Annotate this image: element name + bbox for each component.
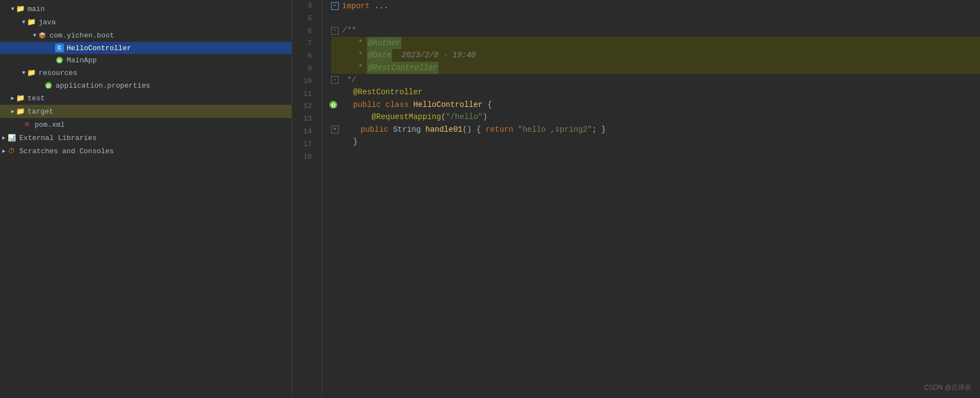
spring-icon-props: ✿ xyxy=(44,81,53,90)
line-num-13: 13 xyxy=(292,113,316,126)
fold-btn-6[interactable]: - xyxy=(331,27,339,35)
date-value: 2023/2/8 - 19:40 xyxy=(392,49,475,61)
expand-arrow-target: ▶ xyxy=(11,108,14,115)
code-line-18 xyxy=(331,148,980,160)
sidebar-label-test: test xyxy=(28,94,45,103)
code-line-14: + public String handle01 () { return "he… xyxy=(331,123,980,136)
sidebar-item-hello-controller[interactable]: C HelloController xyxy=(0,42,291,54)
sidebar-label-application-properties: application.properties xyxy=(56,82,150,90)
folder-icon-target: 📁 xyxy=(15,106,25,116)
code-line-7: * @Author xyxy=(331,37,980,49)
sidebar-item-test[interactable]: ▶ 📁 test xyxy=(0,92,291,105)
folder-icon-java: 📁 xyxy=(26,17,36,27)
kw-return: return xyxy=(485,123,518,136)
string-hello-spring2: "hello ,spring2" xyxy=(518,123,592,136)
code-editor: 3 5 6 7 8 9 10 11 12 13 14 17 18 + impor… xyxy=(292,0,980,398)
spring-icon-mainapp: ✿ xyxy=(55,56,64,64)
java-class-icon: C xyxy=(55,44,64,52)
method-parens: () { xyxy=(462,123,485,136)
code-line-5 xyxy=(331,12,980,24)
sidebar-item-mainapp[interactable]: ✿ MainApp xyxy=(0,54,291,66)
package-icon: 📦 xyxy=(37,30,47,40)
folder-icon-test: 📁 xyxy=(15,93,25,103)
comment-star-8: * xyxy=(353,49,367,61)
sidebar-item-package[interactable]: ▼ 📦 com.yichen.boot xyxy=(0,29,291,42)
fold-btn-10[interactable]: - xyxy=(331,76,339,84)
fold-btn-3[interactable]: + xyxy=(331,2,339,10)
sidebar-label-pom: pom.xml xyxy=(35,121,65,129)
file-tree: ▼ 📁 main ▼ 📁 java ▼ 📦 com.yichen.boot C … xyxy=(0,0,292,398)
semicolon-brace: ; } xyxy=(592,123,606,136)
kw-public-12: public xyxy=(353,99,386,111)
svg-text:✿: ✿ xyxy=(46,83,51,89)
keyword-import: import xyxy=(342,0,370,12)
line-num-7: 7 xyxy=(292,37,316,50)
sidebar-item-pom[interactable]: m pom.xml xyxy=(0,118,291,131)
line-num-12: 12 xyxy=(292,100,316,113)
annotation-date: @Date xyxy=(367,49,392,61)
comment-star-9: * xyxy=(353,62,367,74)
watermark: CSDN @吕译辰 xyxy=(924,383,971,392)
sidebar-label-target: target xyxy=(28,107,53,116)
spring-gutter-icon: ✿ xyxy=(329,100,338,109)
fold-btn-14[interactable]: + xyxy=(331,126,339,133)
comment-close: */ xyxy=(342,74,356,86)
indent-13 xyxy=(353,111,372,123)
code-line-13: @RequestMapping ( "/hello" ) xyxy=(331,111,980,123)
type-string: String xyxy=(393,123,425,136)
classname-hello: HelloController xyxy=(413,99,487,111)
sidebar-label-hello-controller: HelloController xyxy=(67,44,131,52)
brace-close: } xyxy=(353,136,358,148)
code-line-8: * @Date 2023/2/8 - 19:40 xyxy=(331,49,980,61)
line-num-3: 3 xyxy=(292,0,316,13)
expand-arrow-main: ▼ xyxy=(11,6,14,12)
sidebar-label-resources: resources xyxy=(39,69,77,77)
code-content[interactable]: + import ... - /** * @Author * @Date 202… xyxy=(322,0,980,398)
string-hello: "/hello" xyxy=(446,111,483,123)
expand-arrow-test: ▶ xyxy=(11,95,14,101)
maven-icon: m xyxy=(22,120,32,130)
expand-arrow-scratch: ▶ xyxy=(2,148,6,154)
annotation-restcontroller-comment: @RestController xyxy=(367,62,438,74)
code-line-17: } xyxy=(331,136,980,148)
code-line-10: - */ xyxy=(331,74,980,86)
comment-open: /** xyxy=(342,24,356,36)
sidebar-item-main[interactable]: ▼ 📁 main xyxy=(0,2,291,15)
folder-icon-main: 📁 xyxy=(15,4,25,14)
line-num-14: 14 xyxy=(292,126,316,138)
line-num-17: 17 xyxy=(292,138,316,151)
line-num-18: 18 xyxy=(292,151,316,164)
line-numbers: 3 5 6 7 8 9 10 11 12 13 14 17 18 xyxy=(292,0,322,398)
ext-lib-icon: 📊 xyxy=(7,133,17,143)
sidebar-item-resources[interactable]: ▼ 📁 resources xyxy=(0,66,291,79)
line-num-9: 9 xyxy=(292,63,316,76)
line-num-11: 11 xyxy=(292,88,316,101)
sidebar-item-scratches-consoles[interactable]: ▶ ⏱ Scratches and Consoles xyxy=(0,144,291,158)
expand-arrow-java: ▼ xyxy=(22,19,25,25)
code-line-3: + import ... xyxy=(331,0,980,12)
annotation-requestmapping: @RequestMapping xyxy=(372,111,441,123)
line-num-5: 5 xyxy=(292,13,316,25)
sidebar-label-main: main xyxy=(28,5,45,13)
code-line-11: @RestController xyxy=(331,86,980,98)
expand-arrow-package: ▼ xyxy=(33,33,36,39)
sidebar-item-target[interactable]: ▶ 📁 target xyxy=(0,105,291,118)
sidebar-label-package: com.yichen.boot xyxy=(50,31,114,40)
svg-text:✿: ✿ xyxy=(57,58,62,63)
paren-open: ( xyxy=(441,111,446,123)
line-num-10: 10 xyxy=(292,76,316,88)
sidebar-item-java[interactable]: ▼ 📁 java xyxy=(0,15,291,29)
annotation-restcontroller: @RestController xyxy=(353,86,423,98)
code-line-12: ✿ public class HelloController { xyxy=(331,99,980,111)
method-handle01: handle01 xyxy=(425,123,462,136)
code-line-6: - /** xyxy=(331,24,980,36)
comment-star-7: * xyxy=(353,37,367,49)
line-num-6: 6 xyxy=(292,25,316,38)
sidebar-item-external-libraries[interactable]: ▶ 📊 External Libraries xyxy=(0,131,291,144)
kw-class: class xyxy=(386,99,413,111)
sidebar-label-java: java xyxy=(39,18,56,26)
import-dots: ... xyxy=(370,0,388,12)
annotation-author: @Author xyxy=(367,37,402,49)
line-num-8: 8 xyxy=(292,50,316,63)
sidebar-item-application-properties[interactable]: ✿ application.properties xyxy=(0,79,291,92)
